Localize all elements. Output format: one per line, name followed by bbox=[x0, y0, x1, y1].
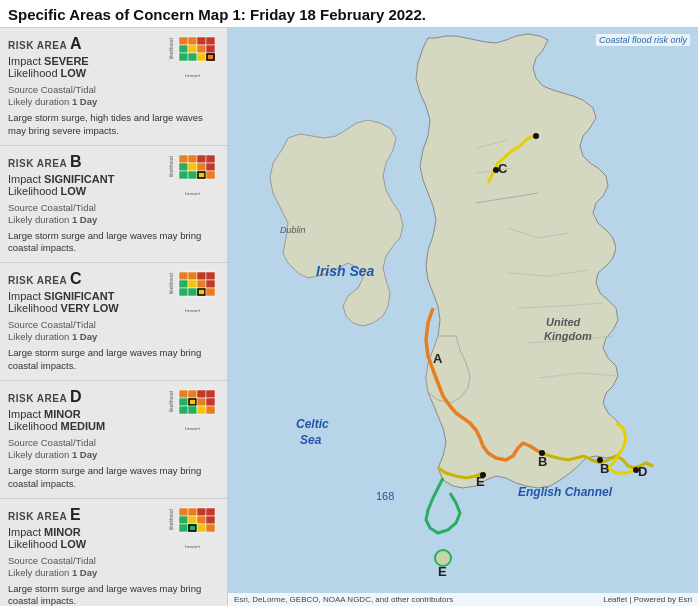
impact-value: SIGNIFICANT bbox=[44, 173, 114, 185]
svg-text:likelihood: likelihood bbox=[168, 273, 174, 294]
svg-rect-21 bbox=[179, 163, 188, 171]
svg-point-103 bbox=[480, 472, 486, 478]
svg-rect-69 bbox=[206, 516, 215, 524]
risk-area-letter: C bbox=[70, 270, 82, 287]
risk-card-header: RISK AREA A Impact SEVERE Likelihood LOW… bbox=[8, 35, 219, 79]
svg-rect-62 bbox=[179, 508, 188, 516]
svg-rect-56 bbox=[179, 406, 188, 414]
svg-text:Irish Sea: Irish Sea bbox=[316, 263, 375, 279]
svg-rect-25 bbox=[179, 171, 188, 179]
svg-rect-68 bbox=[197, 516, 206, 524]
likelihood-line: Likelihood VERY LOW bbox=[8, 302, 161, 314]
svg-rect-26 bbox=[188, 171, 197, 179]
risk-matrix: likelihoodImpact bbox=[167, 270, 219, 312]
impact-value: SEVERE bbox=[44, 55, 89, 67]
impact-line: Impact SIGNIFICANT bbox=[8, 290, 161, 302]
svg-rect-29 bbox=[206, 171, 215, 179]
svg-text:D: D bbox=[638, 464, 647, 479]
svg-rect-5 bbox=[206, 37, 215, 45]
svg-text:United: United bbox=[546, 316, 581, 328]
svg-rect-51 bbox=[179, 398, 188, 406]
duration-value: 1 Day bbox=[72, 96, 97, 107]
risk-area-letter: E bbox=[70, 506, 81, 523]
svg-rect-8 bbox=[197, 45, 206, 53]
duration-line: Likely duration 1 Day bbox=[8, 449, 219, 460]
svg-text:168: 168 bbox=[376, 490, 394, 502]
svg-rect-6 bbox=[179, 45, 188, 53]
risk-card-header: RISK AREA E Impact MINOR Likelihood LOW … bbox=[8, 506, 219, 550]
page-title: Specific Areas of Concern Map 1: Friday … bbox=[0, 0, 698, 28]
source-line: Source Coastal/Tidal bbox=[8, 555, 219, 566]
impact-value: MINOR bbox=[44, 526, 81, 538]
svg-text:Sea: Sea bbox=[300, 433, 322, 447]
duration-line: Likely duration 1 Day bbox=[8, 96, 219, 107]
svg-rect-2 bbox=[179, 37, 188, 45]
svg-point-100 bbox=[539, 450, 545, 456]
description-line: Large storm surge and large waves may br… bbox=[8, 465, 219, 491]
left-panel: RISK AREA A Impact SEVERE Likelihood LOW… bbox=[0, 28, 228, 606]
svg-text:Dublin: Dublin bbox=[280, 225, 306, 235]
likelihood-value: LOW bbox=[61, 538, 87, 550]
svg-text:likelihood: likelihood bbox=[168, 391, 174, 412]
svg-rect-17 bbox=[179, 155, 188, 163]
svg-rect-59 bbox=[206, 406, 215, 414]
risk-card-e: RISK AREA E Impact MINOR Likelihood LOW … bbox=[0, 499, 227, 607]
risk-card-text: RISK AREA B Impact SIGNIFICANT Likelihoo… bbox=[8, 153, 161, 197]
content-area: RISK AREA A Impact SEVERE Likelihood LOW… bbox=[0, 28, 698, 606]
svg-rect-18 bbox=[188, 155, 197, 163]
source-line: Source Coastal/Tidal bbox=[8, 84, 219, 95]
svg-text:Impact: Impact bbox=[185, 73, 201, 77]
impact-line: Impact MINOR bbox=[8, 408, 161, 420]
coastal-flood-label: Coastal flood risk only bbox=[596, 34, 690, 46]
svg-text:B: B bbox=[600, 461, 609, 476]
svg-rect-20 bbox=[206, 155, 215, 163]
duration-line: Likely duration 1 Day bbox=[8, 214, 219, 225]
svg-rect-4 bbox=[197, 37, 206, 45]
main-container: Specific Areas of Concern Map 1: Friday … bbox=[0, 0, 698, 612]
duration-line: Likely duration 1 Day bbox=[8, 567, 219, 578]
svg-text:likelihood: likelihood bbox=[168, 156, 174, 177]
impact-value: SIGNIFICANT bbox=[44, 290, 114, 302]
svg-rect-11 bbox=[188, 53, 197, 61]
svg-rect-33 bbox=[188, 272, 197, 280]
likelihood-line: Likelihood LOW bbox=[8, 67, 161, 79]
svg-rect-32 bbox=[179, 272, 188, 280]
svg-rect-48 bbox=[188, 390, 197, 398]
attribution-right: Leaflet | Powered by Esri bbox=[603, 595, 692, 604]
svg-point-99 bbox=[533, 133, 539, 139]
svg-rect-23 bbox=[197, 163, 206, 171]
svg-rect-22 bbox=[188, 163, 197, 171]
svg-rect-66 bbox=[179, 516, 188, 524]
svg-rect-34 bbox=[197, 272, 206, 280]
risk-area-label: RISK AREA B bbox=[8, 153, 161, 171]
description-line: Large storm surge and large waves may br… bbox=[8, 230, 219, 256]
svg-rect-74 bbox=[206, 524, 215, 532]
risk-card-header: RISK AREA C Impact SIGNIFICANT Likelihoo… bbox=[8, 270, 219, 314]
risk-card-b: RISK AREA B Impact SIGNIFICANT Likelihoo… bbox=[0, 146, 227, 264]
risk-card-text: RISK AREA D Impact MINOR Likelihood MEDI… bbox=[8, 388, 161, 432]
risk-matrix: likelihoodImpact bbox=[167, 506, 219, 548]
risk-area-label: RISK AREA D bbox=[8, 388, 161, 406]
risk-card-header: RISK AREA B Impact SIGNIFICANT Likelihoo… bbox=[8, 153, 219, 197]
risk-area-letter: B bbox=[70, 153, 82, 170]
risk-area-label: RISK AREA C bbox=[8, 270, 161, 288]
svg-rect-57 bbox=[188, 406, 197, 414]
risk-card-a: RISK AREA A Impact SEVERE Likelihood LOW… bbox=[0, 28, 227, 146]
impact-line: Impact SIGNIFICANT bbox=[8, 173, 161, 185]
svg-rect-49 bbox=[197, 390, 206, 398]
svg-text:likelihood: likelihood bbox=[168, 38, 174, 59]
likelihood-value: VERY LOW bbox=[61, 302, 119, 314]
svg-rect-3 bbox=[188, 37, 197, 45]
risk-matrix: likelihoodImpact bbox=[167, 153, 219, 195]
likelihood-line: Likelihood LOW bbox=[8, 185, 161, 197]
likelihood-line: Likelihood MEDIUM bbox=[8, 420, 161, 432]
svg-text:Impact: Impact bbox=[185, 544, 201, 548]
svg-text:Celtic: Celtic bbox=[296, 417, 329, 431]
description-line: Large storm surge and large waves may br… bbox=[8, 347, 219, 373]
risk-card-text: RISK AREA E Impact MINOR Likelihood LOW bbox=[8, 506, 161, 550]
svg-rect-10 bbox=[179, 53, 188, 61]
svg-rect-38 bbox=[197, 280, 206, 288]
risk-matrix: likelihoodImpact bbox=[167, 35, 219, 77]
risk-card-text: RISK AREA C Impact SIGNIFICANT Likelihoo… bbox=[8, 270, 161, 314]
map-area: Dublin A B B C D E E Irish S bbox=[228, 28, 698, 606]
